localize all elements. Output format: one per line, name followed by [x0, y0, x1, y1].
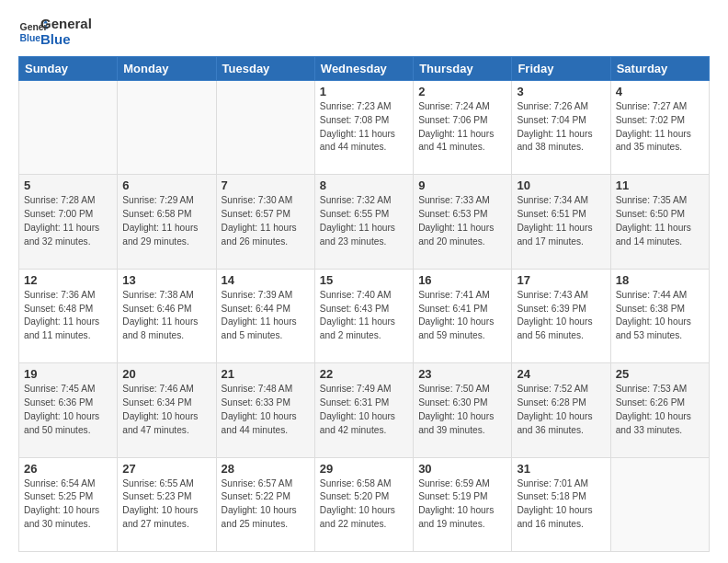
calendar-cell: 29Sunrise: 6:58 AM Sunset: 5:20 PM Dayli… — [314, 457, 413, 551]
day-info: Sunrise: 6:57 AM Sunset: 5:22 PM Dayligh… — [222, 477, 310, 532]
day-info: Sunrise: 7:46 AM Sunset: 6:34 PM Dayligh… — [122, 383, 210, 437]
logo: General Blue General Blue — [18, 17, 92, 47]
weekday-tuesday: Tuesday — [216, 57, 314, 81]
day-info: Sunrise: 7:53 AM Sunset: 6:26 PM Dayligh… — [616, 383, 704, 437]
day-number: 13 — [122, 273, 210, 287]
day-number: 5 — [24, 178, 112, 192]
day-info: Sunrise: 7:26 AM Sunset: 7:04 PM Dayligh… — [517, 100, 605, 155]
weekday-thursday: Thursday — [414, 57, 512, 81]
calendar-cell — [216, 81, 314, 175]
calendar-cell: 30Sunrise: 6:59 AM Sunset: 5:19 PM Dayli… — [414, 457, 512, 551]
day-number: 21 — [222, 367, 310, 381]
calendar-cell: 12Sunrise: 7:36 AM Sunset: 6:48 PM Dayli… — [19, 269, 118, 362]
day-number: 31 — [517, 462, 605, 476]
day-info: Sunrise: 7:30 AM Sunset: 6:57 PM Dayligh… — [222, 194, 310, 248]
day-info: Sunrise: 7:52 AM Sunset: 6:28 PM Dayligh… — [517, 383, 605, 437]
calendar-cell: 20Sunrise: 7:46 AM Sunset: 6:34 PM Dayli… — [118, 363, 216, 457]
day-number: 12 — [24, 273, 112, 287]
calendar-cell — [19, 81, 118, 175]
calendar-cell — [610, 457, 709, 551]
day-number: 25 — [616, 367, 704, 381]
calendar-cell: 13Sunrise: 7:38 AM Sunset: 6:46 PM Dayli… — [118, 269, 216, 362]
calendar-cell: 27Sunrise: 6:55 AM Sunset: 5:23 PM Dayli… — [118, 457, 216, 551]
day-info: Sunrise: 7:38 AM Sunset: 6:46 PM Dayligh… — [122, 289, 210, 343]
day-info: Sunrise: 7:33 AM Sunset: 6:53 PM Dayligh… — [418, 194, 506, 248]
calendar-week-row: 19Sunrise: 7:45 AM Sunset: 6:36 PM Dayli… — [19, 363, 710, 457]
weekday-sunday: Sunday — [19, 57, 118, 81]
day-number: 10 — [517, 178, 605, 192]
day-number: 14 — [222, 273, 310, 287]
day-info: Sunrise: 7:49 AM Sunset: 6:31 PM Dayligh… — [320, 383, 408, 437]
header: General Blue General Blue — [18, 17, 710, 47]
day-number: 30 — [418, 462, 506, 476]
day-number: 19 — [24, 367, 112, 381]
day-info: Sunrise: 7:43 AM Sunset: 6:39 PM Dayligh… — [517, 289, 605, 343]
weekday-header-row: SundayMondayTuesdayWednesdayThursdayFrid… — [19, 57, 710, 81]
day-number: 23 — [418, 367, 506, 381]
svg-text:Blue: Blue — [20, 32, 41, 42]
day-info: Sunrise: 7:48 AM Sunset: 6:33 PM Dayligh… — [222, 383, 310, 437]
day-info: Sunrise: 7:40 AM Sunset: 6:43 PM Dayligh… — [320, 289, 408, 343]
logo-general: General — [40, 17, 92, 32]
calendar-cell: 26Sunrise: 6:54 AM Sunset: 5:25 PM Dayli… — [19, 457, 118, 551]
calendar-cell: 22Sunrise: 7:49 AM Sunset: 6:31 PM Dayli… — [314, 363, 413, 457]
day-info: Sunrise: 7:01 AM Sunset: 5:18 PM Dayligh… — [517, 477, 605, 532]
calendar-cell: 15Sunrise: 7:40 AM Sunset: 6:43 PM Dayli… — [314, 269, 413, 362]
day-info: Sunrise: 7:32 AM Sunset: 6:55 PM Dayligh… — [320, 194, 408, 248]
calendar-cell: 19Sunrise: 7:45 AM Sunset: 6:36 PM Dayli… — [19, 363, 118, 457]
day-number: 7 — [222, 178, 310, 192]
calendar-cell: 24Sunrise: 7:52 AM Sunset: 6:28 PM Dayli… — [512, 363, 610, 457]
day-info: Sunrise: 7:27 AM Sunset: 7:02 PM Dayligh… — [616, 100, 704, 155]
day-info: Sunrise: 7:50 AM Sunset: 6:30 PM Dayligh… — [418, 383, 506, 437]
day-info: Sunrise: 7:34 AM Sunset: 6:51 PM Dayligh… — [517, 194, 605, 248]
day-info: Sunrise: 6:55 AM Sunset: 5:23 PM Dayligh… — [122, 477, 210, 532]
calendar-week-row: 12Sunrise: 7:36 AM Sunset: 6:48 PM Dayli… — [19, 269, 710, 362]
day-number: 16 — [418, 273, 506, 287]
calendar-cell: 10Sunrise: 7:34 AM Sunset: 6:51 PM Dayli… — [512, 175, 610, 269]
day-info: Sunrise: 7:24 AM Sunset: 7:06 PM Dayligh… — [418, 100, 506, 155]
day-number: 1 — [320, 85, 408, 98]
day-info: Sunrise: 6:54 AM Sunset: 5:25 PM Dayligh… — [24, 477, 112, 532]
weekday-friday: Friday — [512, 57, 610, 81]
calendar-cell: 16Sunrise: 7:41 AM Sunset: 6:41 PM Dayli… — [414, 269, 512, 362]
calendar-cell: 6Sunrise: 7:29 AM Sunset: 6:58 PM Daylig… — [118, 175, 216, 269]
logo-blue: Blue — [40, 32, 92, 48]
calendar-cell: 23Sunrise: 7:50 AM Sunset: 6:30 PM Dayli… — [414, 363, 512, 457]
day-number: 26 — [24, 462, 112, 476]
day-number: 22 — [320, 367, 408, 381]
calendar-cell: 8Sunrise: 7:32 AM Sunset: 6:55 PM Daylig… — [314, 175, 413, 269]
page: General Blue General Blue SundayMondayTu… — [0, 0, 728, 563]
calendar-cell: 2Sunrise: 7:24 AM Sunset: 7:06 PM Daylig… — [414, 81, 512, 175]
day-number: 17 — [517, 273, 605, 287]
calendar-cell: 7Sunrise: 7:30 AM Sunset: 6:57 PM Daylig… — [216, 175, 314, 269]
weekday-monday: Monday — [118, 57, 216, 81]
calendar-cell: 9Sunrise: 7:33 AM Sunset: 6:53 PM Daylig… — [414, 175, 512, 269]
calendar-cell: 21Sunrise: 7:48 AM Sunset: 6:33 PM Dayli… — [216, 363, 314, 457]
calendar-cell: 25Sunrise: 7:53 AM Sunset: 6:26 PM Dayli… — [610, 363, 709, 457]
day-info: Sunrise: 7:44 AM Sunset: 6:38 PM Dayligh… — [616, 289, 704, 343]
calendar-week-row: 5Sunrise: 7:28 AM Sunset: 7:00 PM Daylig… — [19, 175, 710, 269]
day-number: 27 — [122, 462, 210, 476]
day-info: Sunrise: 7:35 AM Sunset: 6:50 PM Dayligh… — [616, 194, 704, 248]
calendar-cell: 5Sunrise: 7:28 AM Sunset: 7:00 PM Daylig… — [19, 175, 118, 269]
weekday-wednesday: Wednesday — [314, 57, 413, 81]
day-info: Sunrise: 7:28 AM Sunset: 7:00 PM Dayligh… — [24, 194, 112, 248]
day-number: 9 — [418, 178, 506, 192]
calendar-cell: 31Sunrise: 7:01 AM Sunset: 5:18 PM Dayli… — [512, 457, 610, 551]
day-info: Sunrise: 7:36 AM Sunset: 6:48 PM Dayligh… — [24, 289, 112, 343]
calendar-cell — [118, 81, 216, 175]
day-number: 20 — [122, 367, 210, 381]
day-number: 29 — [320, 462, 408, 476]
day-number: 4 — [616, 85, 704, 98]
day-number: 18 — [616, 273, 704, 287]
calendar-cell: 18Sunrise: 7:44 AM Sunset: 6:38 PM Dayli… — [610, 269, 709, 362]
day-number: 6 — [122, 178, 210, 192]
day-info: Sunrise: 6:58 AM Sunset: 5:20 PM Dayligh… — [320, 477, 408, 532]
day-info: Sunrise: 6:59 AM Sunset: 5:19 PM Dayligh… — [418, 477, 506, 532]
calendar-cell: 11Sunrise: 7:35 AM Sunset: 6:50 PM Dayli… — [610, 175, 709, 269]
day-number: 24 — [517, 367, 605, 381]
calendar-cell: 3Sunrise: 7:26 AM Sunset: 7:04 PM Daylig… — [512, 81, 610, 175]
day-number: 2 — [418, 85, 506, 98]
calendar-week-row: 26Sunrise: 6:54 AM Sunset: 5:25 PM Dayli… — [19, 457, 710, 551]
day-number: 28 — [222, 462, 310, 476]
